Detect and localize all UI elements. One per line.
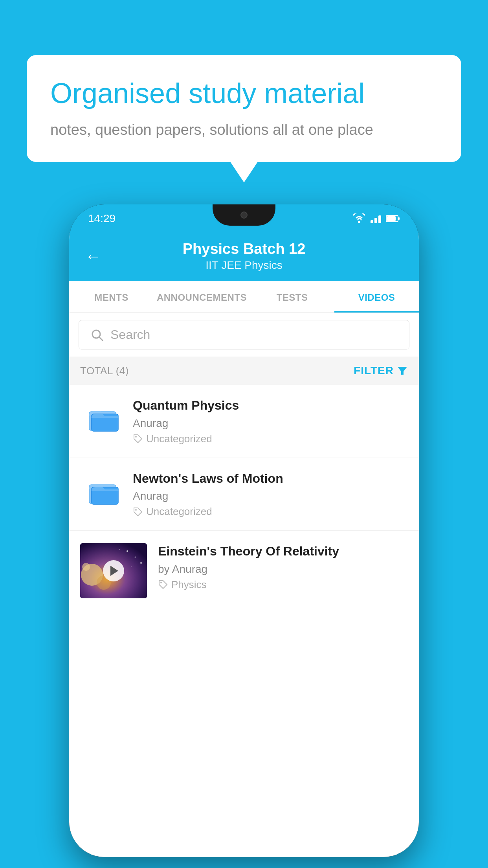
back-button[interactable]: ← [85, 248, 101, 265]
folder-icon-1 [86, 401, 122, 436]
tag-icon [133, 507, 143, 517]
tab-videos[interactable]: VIDEOS [334, 281, 419, 313]
video-info-1: Quantum Physics Anurag Uncategorized [133, 397, 408, 445]
video-tag-2: Uncategorized [133, 506, 408, 518]
video-tag-1: Uncategorized [133, 433, 408, 445]
tag-icon [158, 579, 168, 590]
video-list: Quantum Physics Anurag Uncategorized [69, 385, 419, 611]
app-header: ← Physics Batch 12 IIT JEE Physics [69, 233, 419, 281]
speech-bubble: Organised study material notes, question… [27, 55, 461, 162]
tabs-bar: MENTS ANNOUNCEMENTS TESTS VIDEOS [69, 281, 419, 313]
video-info-3: Einstein's Theory Of Relativity by Anura… [158, 543, 408, 591]
speech-bubble-container: Organised study material notes, question… [27, 55, 461, 162]
notch [213, 204, 275, 226]
header-title-block: Physics Batch 12 IIT JEE Physics [183, 241, 306, 272]
svg-point-17 [127, 550, 128, 552]
battery-icon [386, 214, 400, 223]
status-icons [352, 213, 400, 224]
svg-point-16 [82, 563, 90, 571]
search-icon [90, 328, 104, 342]
svg-point-12 [135, 509, 137, 511]
svg-point-18 [135, 557, 136, 558]
status-time: 14:29 [88, 212, 116, 225]
svg-point-22 [160, 582, 162, 583]
video-author-2: Anurag [133, 490, 408, 502]
bubble-subtitle: notes, question papers, solutions all at… [50, 120, 438, 140]
filter-icon [397, 365, 408, 376]
svg-line-5 [99, 337, 103, 340]
status-bar: 14:29 [69, 204, 419, 233]
play-button[interactable] [103, 560, 124, 581]
filter-label: FILTER [354, 364, 394, 377]
bubble-title: Organised study material [50, 76, 438, 110]
signal-icon [371, 214, 381, 223]
tab-announcements[interactable]: ANNOUNCEMENTS [154, 281, 250, 313]
total-count: TOTAL (4) [80, 365, 129, 377]
svg-marker-6 [398, 367, 407, 375]
header-title: Physics Batch 12 [183, 241, 306, 257]
camera-dot [240, 211, 248, 219]
video-thumbnail-3 [80, 543, 147, 598]
filter-button[interactable]: FILTER [354, 364, 408, 377]
video-title-1: Quantum Physics [133, 397, 408, 414]
video-author-1: Anurag [133, 417, 408, 430]
tag-icon [133, 434, 143, 444]
svg-point-21 [131, 566, 132, 567]
filter-row: TOTAL (4) FILTER [69, 357, 419, 385]
video-author-3: by Anurag [158, 563, 408, 576]
svg-point-9 [135, 436, 137, 438]
list-item[interactable]: Quantum Physics Anurag Uncategorized [69, 385, 419, 458]
svg-point-19 [119, 549, 120, 550]
phone-screen: ← Physics Batch 12 IIT JEE Physics MENTS… [69, 233, 419, 857]
tag-text-3: Physics [171, 579, 207, 591]
search-container: Search [69, 313, 419, 357]
list-item[interactable]: Newton's Laws of Motion Anurag Uncategor… [69, 458, 419, 531]
wifi-icon [352, 213, 366, 224]
tag-text-2: Uncategorized [146, 506, 212, 518]
tab-tests[interactable]: TESTS [250, 281, 334, 313]
folder-icon-2 [86, 474, 122, 509]
svg-point-20 [140, 562, 142, 564]
tag-text-1: Uncategorized [146, 433, 212, 445]
phone-frame: 14:29 ← Physic [69, 204, 419, 857]
svg-rect-2 [398, 217, 400, 220]
search-placeholder: Search [110, 327, 150, 342]
video-title-2: Newton's Laws of Motion [133, 471, 408, 487]
search-bar[interactable]: Search [79, 320, 409, 349]
svg-rect-3 [387, 216, 396, 221]
video-info-2: Newton's Laws of Motion Anurag Uncategor… [133, 471, 408, 518]
list-item[interactable]: Einstein's Theory Of Relativity by Anura… [69, 531, 419, 611]
video-title-3: Einstein's Theory Of Relativity [158, 543, 408, 560]
header-subtitle: IIT JEE Physics [183, 259, 306, 272]
video-tag-3: Physics [158, 579, 408, 591]
tab-ments[interactable]: MENTS [69, 281, 154, 313]
svg-point-0 [358, 221, 360, 223]
